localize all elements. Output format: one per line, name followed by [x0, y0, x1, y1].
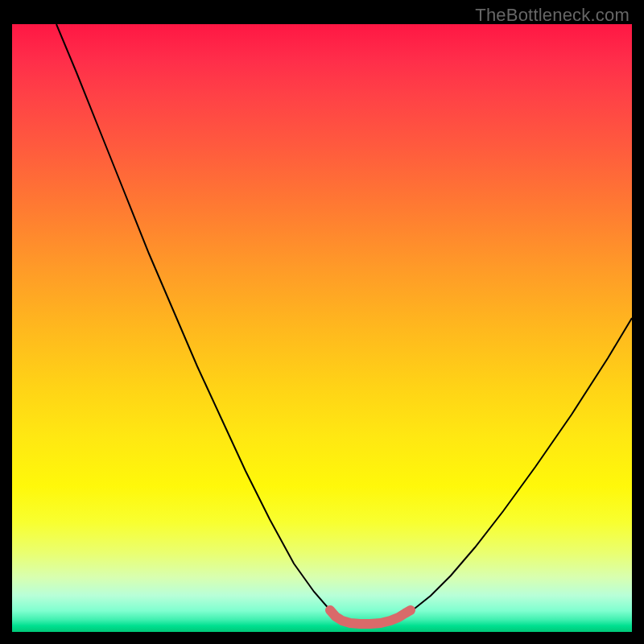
- watermark-text: TheBottleneck.com: [475, 5, 630, 26]
- marker-layer: [12, 24, 632, 632]
- chart-frame: [12, 24, 632, 632]
- optimal-marker: [330, 610, 411, 624]
- chart-plot: [12, 24, 632, 632]
